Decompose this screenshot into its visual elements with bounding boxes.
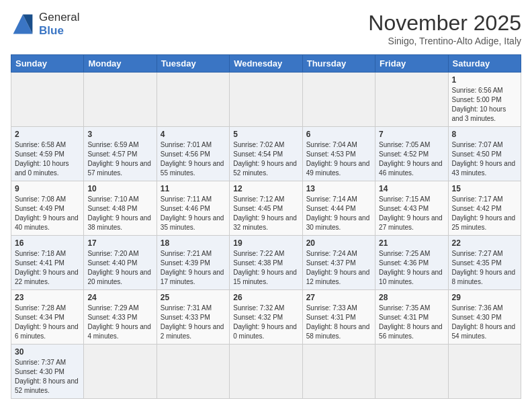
weekday-header-row: SundayMondayTuesdayWednesdayThursdayFrid… xyxy=(11,55,521,73)
day-info: Sunrise: 7:27 AM Sunset: 4:35 PM Dayligh… xyxy=(452,249,517,287)
day-info: Sunrise: 7:25 AM Sunset: 4:36 PM Dayligh… xyxy=(379,249,444,287)
calendar-cell: 10Sunrise: 7:10 AM Sunset: 4:48 PM Dayli… xyxy=(84,181,157,236)
day-number: 25 xyxy=(161,293,226,302)
day-info: Sunrise: 7:33 AM Sunset: 4:31 PM Dayligh… xyxy=(306,304,371,341)
weekday-header-monday: Monday xyxy=(84,55,157,73)
calendar-cell xyxy=(157,73,229,127)
header: General Blue November 2025 Sinigo, Trent… xyxy=(11,11,521,46)
calendar-cell xyxy=(302,73,375,127)
calendar-subtitle: Sinigo, Trentino-Alto Adige, Italy xyxy=(368,36,521,46)
calendar-cell: 1Sunrise: 6:56 AM Sunset: 5:00 PM Daylig… xyxy=(448,73,521,127)
day-number: 27 xyxy=(306,293,371,302)
day-number: 17 xyxy=(87,238,152,248)
day-info: Sunrise: 7:04 AM Sunset: 4:53 PM Dayligh… xyxy=(306,140,371,178)
day-number: 14 xyxy=(379,184,444,193)
logo-icon xyxy=(11,12,35,36)
calendar-cell: 11Sunrise: 7:11 AM Sunset: 4:46 PM Dayli… xyxy=(157,181,229,236)
calendar-cell: 7Sunrise: 7:05 AM Sunset: 4:52 PM Daylig… xyxy=(375,127,448,181)
calendar-cell xyxy=(302,345,375,399)
day-number: 7 xyxy=(379,130,444,139)
calendar-cell xyxy=(375,73,448,127)
day-info: Sunrise: 7:01 AM Sunset: 4:56 PM Dayligh… xyxy=(161,140,226,178)
weekday-header-friday: Friday xyxy=(375,55,448,73)
calendar-week-row: 9Sunrise: 7:08 AM Sunset: 4:49 PM Daylig… xyxy=(11,181,521,236)
calendar-week-row: 2Sunrise: 6:58 AM Sunset: 4:59 PM Daylig… xyxy=(11,127,521,181)
calendar-title: November 2025 xyxy=(368,11,521,36)
day-number: 3 xyxy=(87,130,152,139)
logo: General Blue xyxy=(11,11,79,38)
day-info: Sunrise: 6:58 AM Sunset: 4:59 PM Dayligh… xyxy=(15,140,80,178)
day-number: 28 xyxy=(379,293,444,302)
day-number: 23 xyxy=(15,293,80,302)
calendar-cell: 20Sunrise: 7:24 AM Sunset: 4:37 PM Dayli… xyxy=(302,236,375,290)
day-info: Sunrise: 7:35 AM Sunset: 4:31 PM Dayligh… xyxy=(379,304,444,341)
weekday-header-tuesday: Tuesday xyxy=(157,55,229,73)
day-info: Sunrise: 7:14 AM Sunset: 4:44 PM Dayligh… xyxy=(306,195,371,232)
day-info: Sunrise: 7:17 AM Sunset: 4:42 PM Dayligh… xyxy=(452,195,517,232)
calendar-cell: 14Sunrise: 7:15 AM Sunset: 4:43 PM Dayli… xyxy=(375,181,448,236)
calendar-table: SundayMondayTuesdayWednesdayThursdayFrid… xyxy=(11,54,521,399)
day-number: 18 xyxy=(161,238,226,248)
calendar-cell: 3Sunrise: 6:59 AM Sunset: 4:57 PM Daylig… xyxy=(84,127,157,181)
title-area: November 2025 Sinigo, Trentino-Alto Adig… xyxy=(368,11,521,46)
day-number: 13 xyxy=(306,184,371,193)
day-number: 11 xyxy=(161,184,226,193)
day-info: Sunrise: 7:08 AM Sunset: 4:49 PM Dayligh… xyxy=(15,195,80,232)
calendar-cell xyxy=(11,73,84,127)
day-info: Sunrise: 7:12 AM Sunset: 4:45 PM Dayligh… xyxy=(233,195,298,232)
calendar-cell: 22Sunrise: 7:27 AM Sunset: 4:35 PM Dayli… xyxy=(448,236,521,290)
logo-text: General Blue xyxy=(39,11,79,38)
weekday-header-sunday: Sunday xyxy=(11,55,84,73)
day-number: 24 xyxy=(87,293,152,302)
calendar-cell xyxy=(157,345,229,399)
day-number: 19 xyxy=(233,238,298,248)
day-info: Sunrise: 7:20 AM Sunset: 4:40 PM Dayligh… xyxy=(87,249,152,287)
weekday-header-saturday: Saturday xyxy=(448,55,521,73)
day-info: Sunrise: 7:24 AM Sunset: 4:37 PM Dayligh… xyxy=(306,249,371,287)
day-info: Sunrise: 6:56 AM Sunset: 5:00 PM Dayligh… xyxy=(452,86,517,124)
calendar-week-row: 16Sunrise: 7:18 AM Sunset: 4:41 PM Dayli… xyxy=(11,236,521,290)
calendar-cell: 4Sunrise: 7:01 AM Sunset: 4:56 PM Daylig… xyxy=(157,127,229,181)
calendar-cell: 19Sunrise: 7:22 AM Sunset: 4:38 PM Dayli… xyxy=(230,236,302,290)
day-info: Sunrise: 7:29 AM Sunset: 4:33 PM Dayligh… xyxy=(87,304,152,341)
calendar-cell: 30Sunrise: 7:37 AM Sunset: 4:30 PM Dayli… xyxy=(11,345,84,399)
day-info: Sunrise: 7:32 AM Sunset: 4:32 PM Dayligh… xyxy=(233,304,298,341)
calendar-cell: 12Sunrise: 7:12 AM Sunset: 4:45 PM Dayli… xyxy=(230,181,302,236)
calendar-cell: 27Sunrise: 7:33 AM Sunset: 4:31 PM Dayli… xyxy=(302,290,375,345)
day-number: 15 xyxy=(452,184,517,193)
day-number: 2 xyxy=(15,130,80,139)
calendar-cell: 6Sunrise: 7:04 AM Sunset: 4:53 PM Daylig… xyxy=(302,127,375,181)
day-number: 4 xyxy=(161,130,226,139)
day-info: Sunrise: 7:36 AM Sunset: 4:30 PM Dayligh… xyxy=(452,304,517,341)
weekday-header-thursday: Thursday xyxy=(302,55,375,73)
calendar-cell: 8Sunrise: 7:07 AM Sunset: 4:50 PM Daylig… xyxy=(448,127,521,181)
day-number: 5 xyxy=(233,130,298,139)
calendar-cell: 2Sunrise: 6:58 AM Sunset: 4:59 PM Daylig… xyxy=(11,127,84,181)
day-info: Sunrise: 7:22 AM Sunset: 4:38 PM Dayligh… xyxy=(233,249,298,287)
calendar-cell: 9Sunrise: 7:08 AM Sunset: 4:49 PM Daylig… xyxy=(11,181,84,236)
day-number: 9 xyxy=(15,184,80,193)
day-info: Sunrise: 7:02 AM Sunset: 4:54 PM Dayligh… xyxy=(233,140,298,178)
day-info: Sunrise: 7:11 AM Sunset: 4:46 PM Dayligh… xyxy=(161,195,226,232)
calendar-cell: 5Sunrise: 7:02 AM Sunset: 4:54 PM Daylig… xyxy=(230,127,302,181)
calendar-cell: 26Sunrise: 7:32 AM Sunset: 4:32 PM Dayli… xyxy=(230,290,302,345)
calendar-cell: 23Sunrise: 7:28 AM Sunset: 4:34 PM Dayli… xyxy=(11,290,84,345)
day-number: 22 xyxy=(452,238,517,248)
day-info: Sunrise: 7:21 AM Sunset: 4:39 PM Dayligh… xyxy=(161,249,226,287)
day-number: 12 xyxy=(233,184,298,193)
calendar-cell: 29Sunrise: 7:36 AM Sunset: 4:30 PM Dayli… xyxy=(448,290,521,345)
calendar-cell xyxy=(230,73,302,127)
calendar-cell xyxy=(448,345,521,399)
day-number: 26 xyxy=(233,293,298,302)
day-info: Sunrise: 6:59 AM Sunset: 4:57 PM Dayligh… xyxy=(87,140,152,178)
calendar-cell xyxy=(230,345,302,399)
calendar-cell: 15Sunrise: 7:17 AM Sunset: 4:42 PM Dayli… xyxy=(448,181,521,236)
calendar-cell: 18Sunrise: 7:21 AM Sunset: 4:39 PM Dayli… xyxy=(157,236,229,290)
calendar-cell xyxy=(375,345,448,399)
day-info: Sunrise: 7:05 AM Sunset: 4:52 PM Dayligh… xyxy=(379,140,444,178)
calendar-cell: 21Sunrise: 7:25 AM Sunset: 4:36 PM Dayli… xyxy=(375,236,448,290)
day-info: Sunrise: 7:37 AM Sunset: 4:30 PM Dayligh… xyxy=(15,358,80,396)
weekday-header-wednesday: Wednesday xyxy=(230,55,302,73)
calendar-week-row: 30Sunrise: 7:37 AM Sunset: 4:30 PM Dayli… xyxy=(11,345,521,399)
calendar-cell: 28Sunrise: 7:35 AM Sunset: 4:31 PM Dayli… xyxy=(375,290,448,345)
